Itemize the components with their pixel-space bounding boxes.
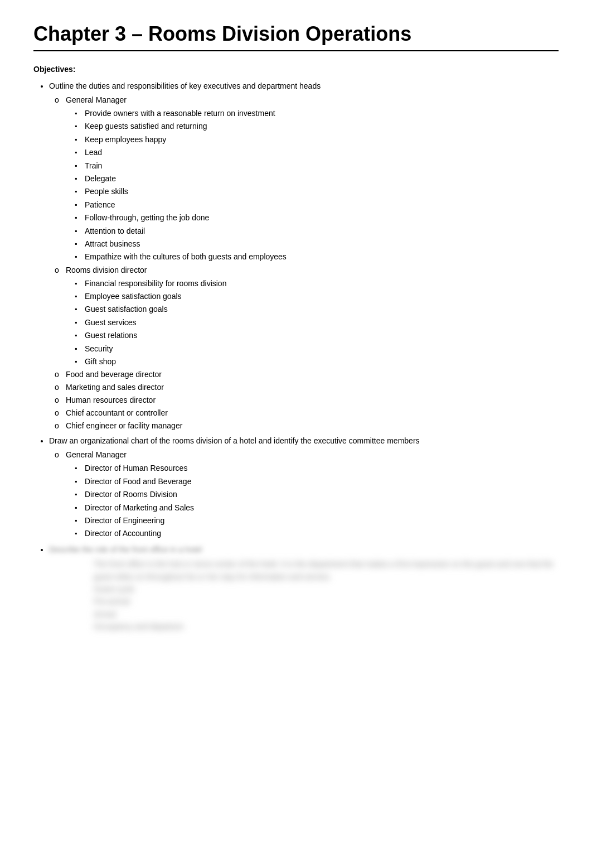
list-item: Keep employees happy	[85, 133, 559, 146]
page-title: Chapter 3 – Rooms Division Operations	[33, 22, 559, 51]
list-item: Guest services	[85, 316, 559, 329]
list-item: General Manager Director of Human Resour…	[66, 449, 559, 539]
o6-label: Chief accountant or controller	[66, 408, 168, 417]
list-item: Describe the role of the front office in…	[49, 543, 559, 633]
list-item: Security	[85, 343, 559, 355]
list-item: Director of Rooms Division	[85, 488, 559, 500]
list-item: Director of Accounting	[85, 527, 559, 539]
list-item: Guest relations	[85, 329, 559, 341]
bullet2-text: Draw an organizational chart of the room…	[49, 436, 420, 445]
objectives-label: Objectives:	[33, 65, 559, 74]
sub-list-o-1: General Manager Provide owners with a re…	[49, 94, 559, 432]
list-item: Financial responsibility for rooms divis…	[85, 277, 559, 290]
list-item: Director of Food and Beverage	[85, 475, 559, 488]
list-item: Marketing and sales director	[66, 382, 559, 393]
list-item: Rooms division director Financial respon…	[66, 264, 559, 368]
o8-label: General Manager	[66, 450, 127, 459]
list-item: Delegate	[85, 172, 559, 185]
o1-label: General Manager	[66, 95, 127, 104]
sub-list-o-2: General Manager Director of Human Resour…	[49, 449, 559, 539]
list-item: Lead	[85, 146, 559, 158]
list-item: People skills	[85, 185, 559, 197]
list-item: Patience	[85, 199, 559, 211]
o4-label: Marketing and sales director	[66, 383, 164, 392]
org-chart-list: Director of Human Resources Director of …	[66, 462, 559, 539]
list-item: Director of Human Resources	[85, 462, 559, 474]
list-item: Draw an organizational chart of the room…	[49, 435, 559, 539]
list-item: Director of Engineering	[85, 514, 559, 527]
list-item: Outline the duties and responsibilities …	[49, 80, 559, 432]
main-content-list: Outline the duties and responsibilities …	[33, 80, 559, 633]
list-item: Chief engineer or facility manager	[66, 420, 559, 432]
list-item: Employee satisfaction goals	[85, 290, 559, 302]
list-item: Provide owners with a reasonable return …	[85, 107, 559, 119]
o5-label: Human resources director	[66, 396, 156, 404]
list-item: Guest satisfaction goals	[85, 303, 559, 315]
o3-label: Food and beverage director	[66, 370, 162, 379]
list-item: Empathize with the cultures of both gues…	[85, 250, 559, 263]
list-item: Chief accountant or controller	[66, 407, 559, 419]
list-item: Train	[85, 160, 559, 172]
blurred-content-block: The front office is the hub or nerve cen…	[49, 558, 559, 633]
list-item: Human resources director	[66, 394, 559, 406]
list-item: General Manager Provide owners with a re…	[66, 94, 559, 263]
o2-label: Rooms division director	[66, 266, 147, 274]
gm-duties-list: Provide owners with a reasonable return …	[66, 107, 559, 263]
bullet1-text: Outline the duties and responsibilities …	[49, 81, 321, 90]
list-item: Gift shop	[85, 355, 559, 368]
list-item: Attention to detail	[85, 225, 559, 237]
blurred-bullet-text: Describe the role of the front office in…	[49, 545, 202, 554]
rooms-division-list: Financial responsibility for rooms divis…	[66, 277, 559, 368]
o7-label: Chief engineer or facility manager	[66, 421, 182, 430]
list-item: Follow-through, getting the job done	[85, 211, 559, 224]
list-item: Attract business	[85, 238, 559, 250]
list-item: Director of Marketing and Sales	[85, 501, 559, 514]
list-item: Food and beverage director	[66, 369, 559, 380]
list-item: Keep guests satisfied and returning	[85, 120, 559, 132]
